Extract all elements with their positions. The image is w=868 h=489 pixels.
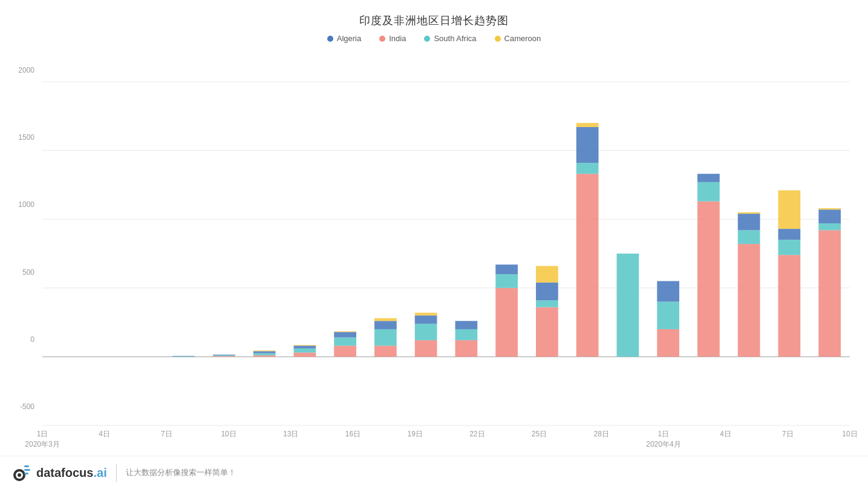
svg-rect-35: [495, 274, 518, 288]
svg-rect-52: [738, 244, 760, 356]
svg-rect-12: [253, 353, 276, 355]
chart-title: 印度及非洲地区日增长趋势图: [0, 0, 868, 28]
chart-container: 印度及非洲地区日增长趋势图 Algeria India South Africa…: [0, 0, 868, 489]
svg-rect-37: [536, 307, 558, 357]
svg-rect-31: [455, 340, 478, 356]
svg-rect-25: [374, 321, 397, 329]
svg-rect-57: [778, 240, 801, 255]
svg-text:10日: 10日: [842, 430, 857, 438]
svg-text:7日: 7日: [782, 430, 794, 438]
svg-rect-42: [576, 163, 599, 174]
svg-text:10日: 10日: [221, 430, 236, 438]
chart-svg: 1日2020年3月4日7日10日13日16日19日22日25日28日1日2020…: [42, 67, 850, 441]
footer-logo-text: datafocus.ai: [36, 466, 107, 480]
svg-rect-56: [778, 255, 801, 356]
svg-rect-58: [778, 229, 801, 240]
footer-slogan: 让大数据分析像搜索一样简单！: [126, 467, 236, 478]
footer-divider: [116, 464, 117, 482]
legend: Algeria India South Africa Cameroon: [0, 34, 868, 43]
svg-rect-48: [657, 281, 679, 301]
svg-text:22日: 22日: [469, 430, 485, 438]
svg-rect-55: [738, 212, 760, 214]
svg-rect-61: [818, 223, 841, 230]
svg-rect-20: [334, 338, 356, 346]
svg-text:4日: 4日: [99, 430, 110, 438]
svg-rect-45: [617, 254, 639, 356]
svg-rect-26: [374, 318, 397, 321]
svg-rect-29: [415, 315, 437, 324]
svg-rect-34: [495, 288, 518, 357]
svg-rect-44: [576, 123, 599, 127]
footer-logo: datafocus.ai: [12, 463, 107, 482]
svg-text:1日: 1日: [37, 430, 48, 438]
svg-rect-16: [294, 349, 316, 353]
svg-rect-22: [334, 331, 356, 332]
svg-rect-6: [172, 356, 195, 357]
y-label-1000: 1000: [18, 201, 34, 208]
svg-text:28日: 28日: [594, 430, 609, 438]
svg-rect-49: [697, 202, 720, 357]
svg-rect-54: [738, 214, 760, 230]
india-label: India: [389, 34, 406, 43]
svg-rect-32: [455, 329, 478, 340]
svg-rect-8: [213, 356, 235, 356]
svg-rect-9: [213, 355, 235, 356]
svg-rect-60: [818, 230, 841, 356]
svg-rect-50: [697, 182, 720, 202]
y-label-1500: 1500: [18, 134, 34, 141]
legend-item-cameroon: Cameroon: [495, 34, 541, 43]
svg-rect-7: [172, 356, 195, 356]
algeria-dot: [327, 36, 333, 42]
svg-rect-10: [213, 355, 235, 355]
svg-rect-59: [778, 190, 801, 229]
svg-rect-18: [294, 345, 316, 346]
legend-item-algeria: Algeria: [327, 34, 361, 43]
svg-rect-38: [536, 300, 558, 307]
svg-text:19日: 19日: [407, 430, 422, 438]
svg-rect-33: [455, 321, 478, 329]
svg-rect-46: [657, 329, 679, 356]
svg-rect-51: [697, 174, 720, 182]
svg-rect-24: [374, 329, 397, 346]
svg-rect-11: [253, 355, 276, 356]
svg-rect-41: [576, 174, 599, 356]
svg-rect-39: [536, 283, 558, 301]
svg-text:4日: 4日: [720, 430, 731, 438]
svg-text:25日: 25日: [532, 430, 547, 438]
svg-rect-43: [576, 127, 599, 163]
y-label-500: 500: [22, 269, 34, 276]
legend-item-southafrica: South Africa: [424, 34, 476, 43]
svg-rect-40: [536, 266, 558, 282]
y-label-minus500: -500: [20, 403, 34, 410]
svg-rect-84: [24, 469, 30, 471]
svg-text:1日: 1日: [658, 430, 670, 438]
svg-rect-15: [294, 353, 316, 357]
cameroon-dot: [495, 36, 501, 42]
svg-rect-13: [253, 351, 276, 353]
y-axis: 2000 1500 1000 500 0 -500: [0, 67, 39, 410]
svg-point-82: [18, 473, 21, 477]
svg-rect-30: [415, 313, 437, 316]
svg-text:16日: 16日: [345, 430, 361, 438]
southafrica-dot: [424, 36, 430, 42]
cameroon-label: Cameroon: [504, 34, 541, 43]
svg-rect-83: [24, 465, 29, 467]
svg-rect-47: [657, 302, 679, 329]
svg-text:13日: 13日: [283, 430, 298, 438]
svg-rect-27: [415, 340, 437, 356]
svg-rect-85: [24, 473, 28, 474]
svg-rect-19: [334, 346, 356, 356]
svg-text:2020年3月: 2020年3月: [25, 440, 59, 448]
footer: datafocus.ai 让大数据分析像搜索一样简单！: [0, 456, 868, 489]
svg-rect-21: [334, 332, 356, 338]
india-dot: [379, 36, 385, 42]
svg-rect-23: [374, 346, 397, 356]
svg-text:7日: 7日: [161, 430, 172, 438]
svg-rect-17: [294, 346, 316, 349]
y-label-0: 0: [30, 336, 34, 343]
svg-rect-28: [415, 324, 437, 340]
algeria-label: Algeria: [337, 34, 361, 43]
svg-text:2020年4月: 2020年4月: [646, 440, 680, 448]
southafrica-label: South Africa: [434, 34, 476, 43]
svg-rect-63: [818, 208, 841, 209]
